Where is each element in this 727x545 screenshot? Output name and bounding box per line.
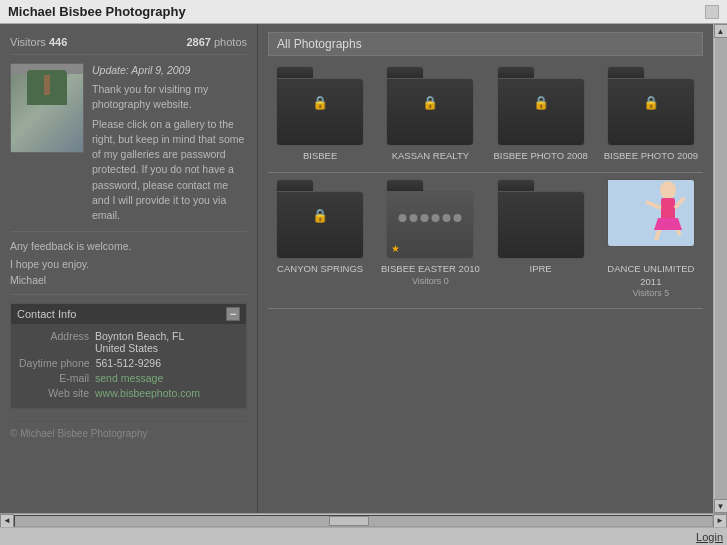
svg-marker-7 [654,218,682,230]
content-divider2 [268,308,703,309]
lock-icon: 🔒 [422,95,438,110]
easter-dots [399,214,462,222]
divider2 [10,294,247,295]
vertical-scrollbar: ▲ ▼ [713,24,727,513]
gallery-bisbee[interactable]: 🔒 BISBEE [268,66,372,162]
person-body [27,70,67,105]
folder-body: 🔒 [276,191,364,259]
folder-icon-canyon: 🔒 [276,179,364,259]
gallery-easter[interactable]: ★ BISBEE EASTER 2010 Visitors 0 [378,179,482,298]
photo-inner [11,74,83,153]
visitors-bar: Visitors 446 2867 photos [10,32,247,55]
folder-body [607,179,695,247]
website-label: Web site [19,387,89,399]
folder-icon-bisbee2009: 🔒 [607,66,695,146]
gallery-bisbee2008[interactable]: 🔒 BISBEE PHOTO 2008 [489,66,593,162]
horizontal-scrollbar: ◄ ► [0,513,727,527]
scroll-right-button[interactable]: ► [713,514,727,528]
gallery-canyon[interactable]: 🔒 CANYON SPRINGS [268,179,372,298]
photos-count: 2867 photos [186,36,247,48]
gallery-ipre[interactable]: IPRE [489,179,593,298]
gallery-bisbee2009[interactable]: 🔒 BISBEE PHOTO 2009 [599,66,703,162]
folder-icon-easter: ★ [386,179,474,259]
collapse-contact-button[interactable]: − [226,307,240,321]
gallery-row1: 🔒 BISBEE 🔒 KASSAN REALTY [268,66,703,162]
gallery-label-bisbee: BISBEE [303,150,337,162]
email-row: E-mail send message [19,372,238,384]
scroll-up-button[interactable]: ▲ [714,24,728,38]
content-area: All Photographs 🔒 BISBEE [258,24,713,513]
phone-row: Daytime phone 561-512-9296 [19,357,238,369]
content-divider [268,172,703,173]
folder-body: 🔒 [386,78,474,146]
title-bar: Michael Bisbee Photography [0,0,727,24]
gallery-label-bisbee2008: BISBEE PHOTO 2008 [493,150,587,162]
email-label: E-mail [19,372,89,384]
section-title: All Photographs [268,32,703,56]
hope-text: I hope you enjoy. [10,258,247,270]
contact-info-body: Address Boynton Beach, FL United States … [11,324,246,408]
phone-value: 561-512-9296 [96,357,161,369]
para1: Thank you for visiting my photography we… [92,82,247,112]
gallery-dance[interactable]: DANCE UNLIMITED 2011 Visitors 5 [599,179,703,298]
folder-icon-kassan: 🔒 [386,66,474,146]
contact-info-header: Contact Info − [11,304,246,324]
lock-icon: 🔒 [533,95,549,110]
svg-rect-0 [608,180,695,247]
lock-icon: 🔒 [643,95,659,110]
profile-text: Update: April 9, 2009 Thank you for visi… [92,63,247,223]
login-link[interactable]: Login [696,531,723,543]
divider1 [10,231,247,232]
contact-info-label: Contact Info [17,308,76,320]
profile-section: Update: April 9, 2009 Thank you for visi… [10,63,247,223]
folder-body: ★ [386,191,474,259]
gallery-label-canyon: CANYON SPRINGS [277,263,363,275]
folder-icon-bisbee2008: 🔒 [497,66,585,146]
gallery-kassan[interactable]: 🔒 KASSAN REALTY [378,66,482,162]
gallery-visitors-dance: Visitors 5 [632,288,669,298]
address-row: Address Boynton Beach, FL United States [19,330,238,354]
visitors-label: Visitors 446 [10,36,67,48]
scroll-left-button[interactable]: ◄ [0,514,14,528]
scroll-down-button[interactable]: ▼ [714,499,728,513]
h-scroll-thumb [329,516,369,526]
gallery-visitors-easter: Visitors 0 [412,276,449,286]
folder-icon-ipre [497,179,585,259]
gallery-label-ipre: IPRE [530,263,552,275]
copyright: © Michael Bisbee Photography [10,421,247,439]
gallery-label-easter: BISBEE EASTER 2010 [381,263,480,275]
folder-body [497,191,585,259]
gallery-label-bisbee2009: BISBEE PHOTO 2009 [604,150,698,162]
lock-icon: 🔒 [312,208,328,223]
visitors-count: 446 [49,36,67,48]
website-row: Web site www.bisbeephoto.com [19,387,238,399]
star-icon: ★ [391,243,400,254]
address-label: Address [19,330,89,354]
svg-point-1 [660,181,676,199]
contact-info-box: Contact Info − Address Boynton Beach, FL… [10,303,247,409]
update-date: Update: April 9, 2009 [92,63,247,78]
folder-body: 🔒 [497,78,585,146]
profile-photo [10,63,84,153]
window-title: Michael Bisbee Photography [8,4,186,19]
h-scroll-track[interactable] [14,515,713,527]
person-tie [44,75,50,95]
gallery-label-kassan: KASSAN REALTY [392,150,469,162]
svg-rect-2 [661,198,675,220]
dancer-svg [608,180,695,247]
folder-icon-dance [607,179,695,259]
scroll-track[interactable] [715,38,727,499]
feedback-text: Any feedback is welcome. [10,240,247,252]
gallery-row2: 🔒 CANYON SPRINGS [268,179,703,298]
sidebar: Visitors 446 2867 photos [0,24,258,513]
address-value: Boynton Beach, FL United States [95,330,184,354]
email-link[interactable]: send message [95,372,163,384]
website-link[interactable]: www.bisbeephoto.com [95,387,200,399]
folder-body: 🔒 [276,78,364,146]
phone-label: Daytime phone [19,357,90,369]
title-scroll-indicator [705,5,719,19]
status-bar: Login [0,527,727,545]
sign-text: Michael [10,274,247,286]
lock-icon: 🔒 [312,95,328,110]
folder-icon-bisbee: 🔒 [276,66,364,146]
